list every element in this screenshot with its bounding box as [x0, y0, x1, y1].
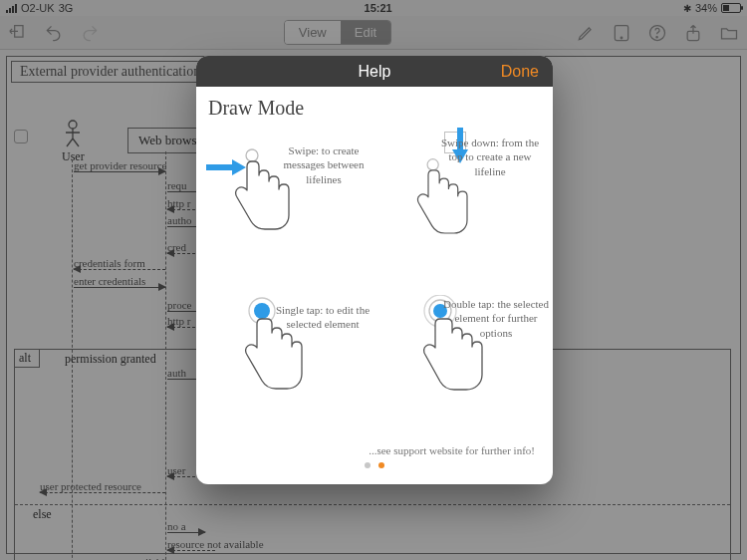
page-dot[interactable] — [365, 462, 371, 468]
done-button[interactable]: Done — [501, 63, 539, 81]
gesture-swipe-text: Swipe: to create messages between lifeli… — [269, 143, 378, 186]
help-modal-header: Help Done — [196, 56, 553, 87]
gesture-double-tap: Double tap: the selected element for fur… — [376, 283, 541, 434]
gesture-swipe: Swipe: to create messages between lifeli… — [208, 126, 373, 277]
help-footer-note: ...see support website for further info! — [208, 444, 541, 456]
gesture-double-tap-text: Double tap: the selected element for fur… — [441, 297, 551, 340]
gestures-grid: Swipe: to create messages between lifeli… — [208, 126, 541, 434]
help-modal: Help Done Draw Mode Swipe: to create mes… — [196, 56, 553, 484]
page-dot-active[interactable] — [378, 462, 384, 468]
svg-point-6 — [246, 149, 258, 161]
gesture-single-tap: Single tap: to edit the selected element — [208, 283, 373, 434]
gesture-swipe-down: Swipe down: from the top to create a new… — [376, 126, 541, 277]
page-indicator[interactable] — [208, 456, 541, 478]
gesture-single-tap-text: Single tap: to edit the selected element — [268, 303, 377, 332]
help-heading: Draw Mode — [208, 97, 541, 120]
help-modal-title: Help — [359, 63, 391, 81]
gesture-swipe-down-text: Swipe down: from the top to create a new… — [435, 136, 545, 178]
